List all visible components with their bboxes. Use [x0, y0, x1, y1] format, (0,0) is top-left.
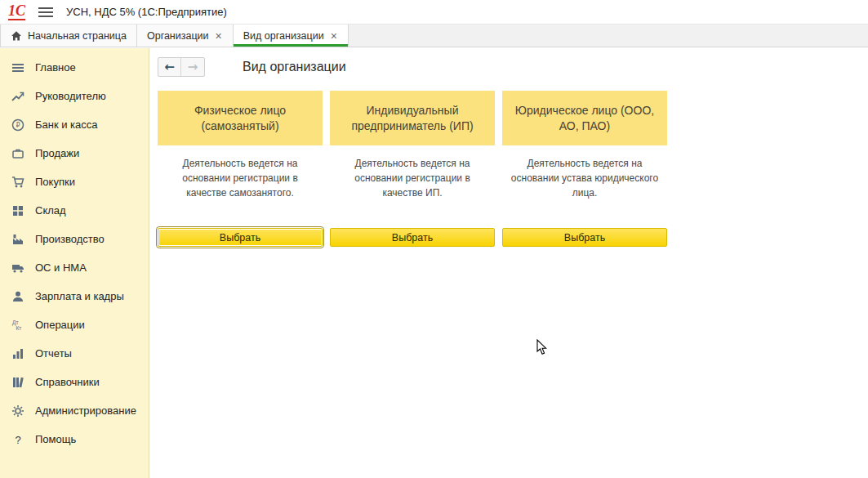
tab-label: Организации [147, 30, 209, 42]
books-icon [11, 376, 24, 389]
sidebar-item-label: Производство [35, 233, 105, 245]
sidebar-item-label: Помощь [35, 433, 76, 445]
sidebar-item-sales[interactable]: Продажи [0, 139, 149, 168]
sidebar-item-manager[interactable]: Руководителю [0, 82, 149, 110]
sidebar-item-label: Покупки [35, 176, 75, 188]
sidebar-item-warehouse[interactable]: Склад [0, 196, 149, 225]
hamburger-icon [38, 7, 53, 18]
menu-list-icon [11, 61, 24, 74]
tab-home[interactable]: Начальная страница [0, 25, 137, 47]
card-title: Юридическое лицо (ООО, АО, ПАО) [502, 91, 667, 145]
sidebar-item-label: Продажи [35, 147, 79, 159]
forward-button[interactable]: → [181, 58, 204, 76]
sidebar-item-label: ОС и НМА [35, 261, 87, 274]
bar-chart-icon [11, 347, 24, 360]
sidebar-item-label: Банк и касса [35, 118, 98, 131]
sidebar-item-fixed-assets[interactable]: ОС и НМА [0, 253, 149, 282]
tab-organization-type[interactable]: Вид организации × [234, 25, 349, 47]
sidebar: Главное Руководителю ₽ Банк и касса Прод… [0, 48, 149, 478]
briefcase-icon [11, 147, 24, 160]
factory-icon [11, 233, 24, 246]
card-description: Деятельность ведется на основании регист… [348, 156, 477, 228]
page-title: Вид организации [243, 60, 346, 74]
sidebar-item-label: Отчеты [35, 347, 72, 360]
select-button-entrepreneur[interactable]: Выбрать [330, 228, 495, 247]
tab-close-icon[interactable]: × [330, 30, 338, 42]
history-nav-group: ← → [158, 57, 205, 77]
sidebar-item-operations[interactable]: ДтКт Операции [0, 310, 149, 339]
home-icon [11, 30, 22, 42]
sidebar-item-bank-cash[interactable]: ₽ Банк и касса [0, 110, 149, 139]
sidebar-item-production[interactable]: Производство [0, 225, 149, 253]
select-button-self-employed[interactable]: Выбрать [158, 228, 323, 247]
shopping-cart-icon [11, 176, 24, 189]
card-title: Физическое лицо (самозанятый) [158, 91, 323, 145]
question-icon: ? [11, 433, 24, 446]
sidebar-item-label: Склад [35, 204, 66, 217]
tab-close-icon[interactable]: × [215, 30, 223, 42]
sidebar-item-label: Руководителю [35, 90, 106, 102]
1c-logo: 1С [8, 3, 25, 20]
gear-icon [11, 404, 24, 418]
tab-label: Вид организации [243, 30, 324, 42]
person-icon [11, 290, 24, 303]
organization-type-cards: Физическое лицо (самозанятый) Деятельнос… [158, 91, 860, 247]
sidebar-item-purchases[interactable]: Покупки [0, 168, 149, 196]
trend-chart-icon [11, 90, 24, 103]
card-legal-entity: Юридическое лицо (ООО, АО, ПАО) Деятельн… [502, 91, 667, 247]
sidebar-item-help[interactable]: ? Помощь [0, 425, 149, 453]
card-description: Деятельность ведется на основании устава… [502, 156, 667, 228]
app-title: УСН, НДС 5% (1С:Предприятие) [66, 6, 227, 18]
card-individual-entrepreneur: Индивидуальный предприниматель (ИП) Деят… [330, 91, 495, 247]
sidebar-item-main[interactable]: Главное [0, 53, 149, 82]
sidebar-item-directories[interactable]: Справочники [0, 368, 149, 396]
sidebar-item-payroll-hr[interactable]: Зарплата и кадры [0, 282, 149, 310]
tab-label: Начальная страница [28, 30, 127, 42]
ruble-circle-icon: ₽ [11, 118, 24, 132]
svg-text:?: ? [15, 434, 20, 446]
card-title: Индивидуальный предприниматель (ИП) [330, 91, 495, 145]
svg-text:₽: ₽ [16, 122, 20, 129]
select-button-legal-entity[interactable]: Выбрать [502, 228, 667, 247]
sidebar-item-label: Операции [35, 319, 85, 331]
sidebar-item-label: Администрирование [35, 404, 136, 417]
main-content: ← → Вид организации Физическое лицо (сам… [149, 48, 868, 478]
main-menu-button[interactable] [38, 7, 53, 18]
sidebar-item-label: Главное [35, 61, 76, 74]
debit-credit-icon: ДтКт [11, 319, 24, 332]
sidebar-item-label: Зарплата и кадры [35, 290, 124, 302]
card-description: Деятельность ведется на основании регист… [158, 156, 323, 228]
back-button[interactable]: ← [158, 58, 181, 76]
sidebar-item-label: Справочники [35, 376, 100, 388]
sidebar-item-reports[interactable]: Отчеты [0, 339, 149, 368]
truck-icon [11, 261, 24, 275]
boxes-grid-icon [11, 204, 24, 217]
tab-organizations[interactable]: Организации × [137, 25, 234, 47]
tab-bar: Начальная страница Организации × Вид орг… [0, 25, 868, 47]
sidebar-item-administration[interactable]: Администрирование [0, 396, 149, 425]
card-individual-self-employed: Физическое лицо (самозанятый) Деятельнос… [158, 91, 323, 247]
titlebar: 1С УСН, НДС 5% (1С:Предприятие) [0, 0, 868, 25]
svg-text:Кт: Кт [16, 325, 21, 331]
